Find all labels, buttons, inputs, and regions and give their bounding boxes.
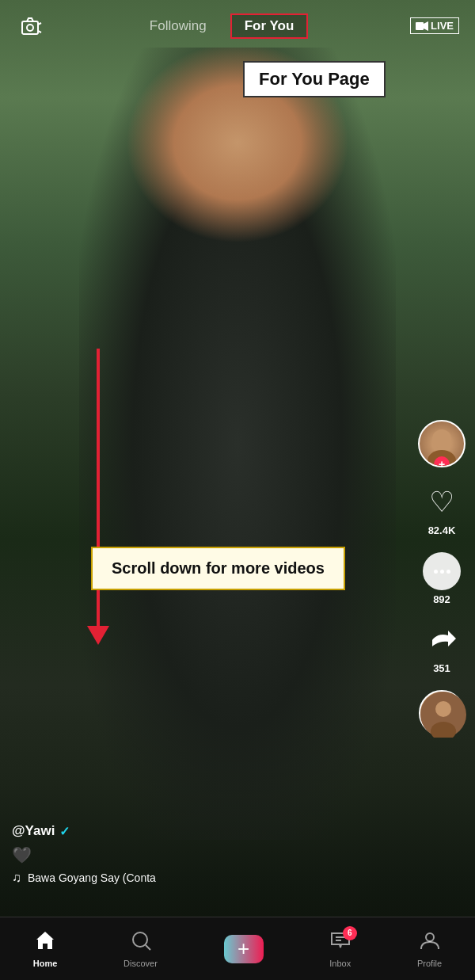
home-label: Home [33,959,58,968]
creator-avatar[interactable] [418,420,466,467]
video-person [79,48,396,840]
camera-icon[interactable] [16,10,48,42]
profile-label: Profile [417,959,442,968]
svg-rect-0 [22,21,38,34]
liked-heart: 🖤 [12,845,156,864]
tab-foryou[interactable]: For You [230,13,309,39]
comment-action[interactable]: 892 [423,552,461,605]
arrow-head [87,626,109,645]
svg-marker-5 [424,21,428,31]
profile-icon [420,930,440,955]
svg-point-15 [426,933,434,941]
nav-discover[interactable]: Discover [124,930,158,968]
share-action[interactable]: 351 [423,621,461,674]
nav-home[interactable]: Home [33,930,58,968]
home-icon [35,930,55,955]
discover-label: Discover [124,959,158,968]
right-sidebar: ♡ 82.4K 892 351 [418,420,466,736]
annotation-scroll: Scroll down for more videos [91,547,345,590]
music-info[interactable]: ♫ Bawa Goyang Say (Conta [12,871,156,885]
music-note-icon: ♫ [12,871,21,885]
svg-point-1 [27,25,33,31]
comment-icon [423,552,461,590]
inbox-label: Inbox [329,959,351,968]
share-icon [423,621,461,659]
like-action[interactable]: ♡ 82.4K [423,483,461,536]
nav-tabs: Following For You [150,13,308,39]
nav-inbox[interactable]: 6 Inbox [329,930,351,968]
svg-line-12 [146,945,150,950]
discover-icon [131,930,151,955]
scroll-arrow [87,349,109,645]
like-count: 82.4K [428,524,456,536]
nav-profile[interactable]: Profile [417,930,442,968]
create-button[interactable]: + [224,935,264,963]
share-count: 351 [433,662,450,674]
annotation-foryou-page: For You Page [243,61,386,97]
username[interactable]: @Yawi ✓ [12,823,156,839]
svg-point-7 [428,450,456,466]
live-button[interactable]: LIVE [410,17,459,34]
music-avatar[interactable] [419,690,465,736]
svg-rect-4 [416,22,424,30]
heart-icon: ♡ [423,483,461,521]
verified-badge: ✓ [59,824,70,839]
tab-following[interactable]: Following [150,18,207,34]
user-info: @Yawi ✓ 🖤 ♫ Bawa Goyang Say (Conta [12,823,156,885]
top-navigation: Following For You LIVE [0,0,475,51]
nav-create[interactable]: + [224,935,264,963]
comment-count: 892 [433,593,450,605]
svg-point-6 [432,429,451,448]
svg-point-9 [435,701,451,717]
bottom-navigation: Home Discover + 6 Inbox [0,917,475,980]
inbox-wrap: 6 [330,930,351,955]
svg-point-11 [133,932,147,947]
inbox-badge: 6 [343,926,357,940]
